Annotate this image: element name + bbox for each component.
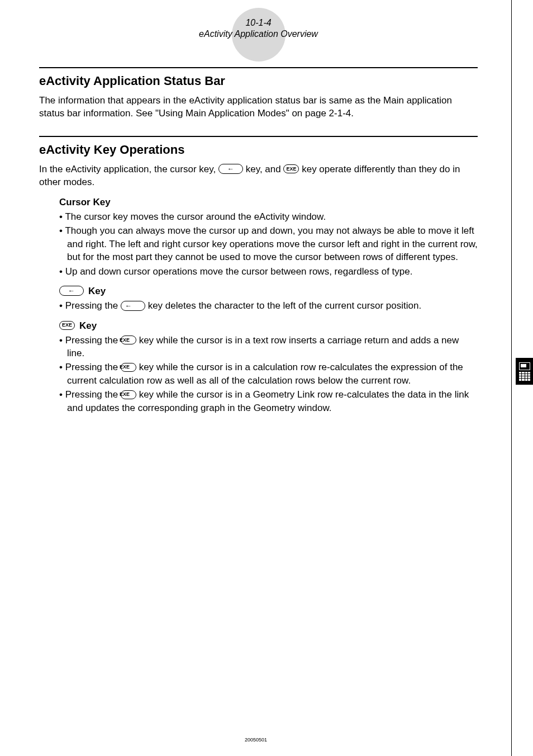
text: In the eActivity application, the cursor… <box>39 164 218 174</box>
exe-key-icon: EXE <box>121 390 136 399</box>
page-header: 10-1-4 eActivity Application Overview <box>39 18 478 39</box>
exe-key-icon: EXE <box>283 164 299 173</box>
exe-key-icon: EXE <box>121 363 136 372</box>
section-title-status-bar: eActivity Application Status Bar <box>39 74 478 88</box>
list-item: Up and down cursor operations move the c… <box>59 265 478 278</box>
exe-key-list: Pressing the EXE key while the cursor is… <box>59 334 478 415</box>
calculator-screen-icon <box>519 362 530 370</box>
status-bar-paragraph: The information that appears in the eAct… <box>39 94 478 120</box>
calculator-keypad-icon <box>519 372 530 381</box>
page-subtitle: eActivity Application Overview <box>39 29 478 39</box>
text: key deletes the character to the left of… <box>148 300 421 311</box>
list-item: Pressing the EXE key while the cursor is… <box>59 334 478 360</box>
back-key-icon: ← <box>121 301 145 311</box>
page: 10-1-4 eActivity Application Overview eA… <box>0 0 512 756</box>
cursor-key-heading: Cursor Key <box>59 197 478 208</box>
back-key-icon: ← <box>59 286 84 296</box>
heading-text: Key <box>88 286 106 297</box>
text: Pressing the <box>65 362 121 372</box>
text: Pressing the <box>65 300 121 311</box>
text: Pressing the <box>65 335 121 346</box>
list-item: Though you can always move the cursor up… <box>59 224 478 263</box>
page-number: 10-1-4 <box>39 18 478 28</box>
divider <box>39 136 478 137</box>
divider <box>39 67 478 68</box>
key-ops-intro: In the eActivity application, the cursor… <box>39 163 478 189</box>
section-title-key-ops: eActivity Key Operations <box>39 143 478 157</box>
back-key-icon: ← <box>218 164 243 174</box>
list-item: Pressing the ← key deletes the character… <box>59 299 478 312</box>
text: key, and <box>246 164 284 174</box>
exe-key-heading: EXE Key <box>59 320 478 332</box>
heading-text: Key <box>79 320 97 332</box>
footer-date: 20050501 <box>0 737 512 743</box>
back-key-list: Pressing the ← key deletes the character… <box>59 299 478 312</box>
cursor-key-list: The cursor key moves the cursor around t… <box>59 210 478 278</box>
back-key-heading: ← Key <box>59 286 478 297</box>
list-item: The cursor key moves the cursor around t… <box>59 210 478 223</box>
exe-key-icon: EXE <box>59 321 75 330</box>
list-item: Pressing the EXE key while the cursor is… <box>59 361 478 387</box>
list-item: Pressing the EXE key while the cursor is… <box>59 388 478 414</box>
calculator-tab-icon <box>516 358 533 385</box>
text: Pressing the <box>65 389 121 400</box>
exe-key-icon: EXE <box>121 336 136 344</box>
